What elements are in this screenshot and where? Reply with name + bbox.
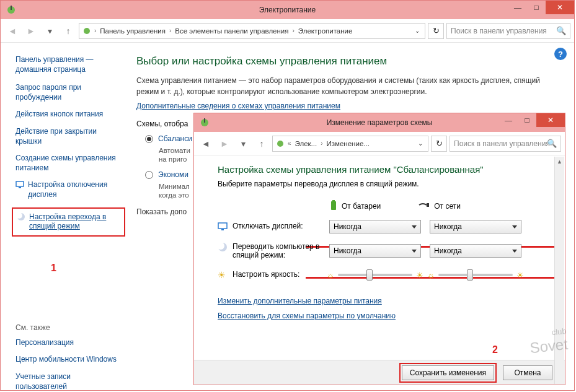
nav-toolbar: ◄ ► ▾ ↑ « Элек... › Изменение... ⌄ ↻ Пои… bbox=[194, 132, 565, 155]
minimize-button[interactable]: — bbox=[508, 1, 527, 14]
cancel-button[interactable]: Отмена bbox=[503, 365, 552, 380]
titlebar: Электропитание — □ ✕ bbox=[1, 1, 574, 19]
sun-dim-icon: ☼ bbox=[327, 271, 334, 280]
edit-plan-window: Изменение параметров схемы — □ ✕ ◄ ► ▾ ↑… bbox=[193, 113, 565, 385]
power-icon bbox=[275, 139, 285, 149]
address-bar[interactable]: « Элек... › Изменение... ⌄ bbox=[272, 136, 428, 152]
edit-plan-content: Настройка схемы управления питанием "Сба… bbox=[194, 155, 565, 359]
up-button[interactable]: ↑ bbox=[60, 23, 76, 39]
svg-rect-12 bbox=[427, 203, 429, 207]
scroll-up-icon[interactable]: ▲ bbox=[555, 157, 564, 167]
search-icon: 🔍 bbox=[547, 139, 557, 148]
page-title: Выбор или настройка схемы управления пит… bbox=[136, 55, 556, 68]
save-button[interactable]: Сохранить изменения bbox=[402, 365, 494, 380]
radio-unchecked-icon[interactable] bbox=[145, 171, 153, 179]
save-button-highlight: Сохранить изменения bbox=[399, 363, 497, 383]
history-dropdown[interactable]: ▾ bbox=[235, 136, 251, 152]
address-dropdown[interactable]: ⌄ bbox=[412, 27, 422, 34]
close-button[interactable]: ✕ bbox=[536, 113, 565, 127]
vertical-scrollbar[interactable]: ▲ bbox=[554, 157, 564, 384]
history-dropdown[interactable]: ▾ bbox=[42, 23, 58, 39]
power-icon bbox=[82, 26, 92, 36]
annotation-number-1: 1 bbox=[51, 263, 56, 274]
sidebar-link-sleep-highlighted[interactable]: Настройка перехода в спящий режим bbox=[12, 207, 125, 237]
sidebar-link-password[interactable]: Запрос пароля при пробуждении bbox=[16, 83, 122, 102]
battery-icon bbox=[329, 199, 338, 212]
seealso-personalization[interactable]: Персонализация bbox=[16, 338, 122, 348]
search-placeholder: Поиск в панели управления bbox=[454, 139, 550, 148]
display-plugged-select[interactable]: Никогда bbox=[430, 220, 521, 233]
forward-button[interactable]: ► bbox=[216, 136, 233, 152]
plug-icon bbox=[418, 201, 430, 211]
battery-header: От батареи bbox=[329, 199, 381, 212]
titlebar: Изменение параметров схемы — □ ✕ bbox=[194, 113, 565, 132]
moon-icon bbox=[218, 242, 228, 252]
monitor-icon bbox=[16, 180, 24, 189]
minimize-button[interactable]: — bbox=[499, 113, 518, 127]
refresh-button[interactable]: ↻ bbox=[428, 23, 444, 39]
power-source-headers: От батареи От сети bbox=[218, 199, 550, 212]
refresh-button[interactable]: ↻ bbox=[431, 136, 447, 152]
svg-rect-1 bbox=[11, 6, 12, 10]
advanced-settings-link[interactable]: Изменить дополнительные параметры питани… bbox=[218, 297, 550, 305]
address-dropdown[interactable]: ⌄ bbox=[415, 140, 425, 147]
sidebar-link-create-plan[interactable]: Создание схемы управления питанием bbox=[16, 154, 122, 173]
row-brightness: ☀ Настроить яркость: ☼ ☀ ☼ ☀ bbox=[218, 268, 550, 282]
sidebar-link-buttons[interactable]: Действия кнопок питания bbox=[16, 110, 122, 120]
seealso-accounts[interactable]: Учетные записи пользователей bbox=[16, 372, 122, 391]
window-title: Электропитание bbox=[259, 6, 316, 14]
row-display-off: Отключать дисплей: Никогда Никогда bbox=[218, 220, 550, 233]
power-icon bbox=[6, 4, 17, 15]
svg-point-9 bbox=[277, 141, 283, 147]
crumb-root[interactable]: Панель управления bbox=[99, 27, 167, 35]
search-input[interactable]: Поиск в панели управления 🔍 bbox=[446, 23, 570, 39]
svg-rect-4 bbox=[19, 187, 21, 188]
maximize-button[interactable]: □ bbox=[527, 1, 546, 14]
monitor-icon bbox=[218, 222, 228, 232]
sidebar-link-lid[interactable]: Действие при закрытии крышки bbox=[16, 127, 122, 146]
svg-rect-11 bbox=[332, 200, 335, 201]
sleep-battery-select[interactable]: Никогда bbox=[329, 244, 421, 258]
seealso-heading: См. также bbox=[16, 323, 122, 332]
svg-rect-10 bbox=[331, 201, 336, 210]
annotation-number-2: 2 bbox=[492, 344, 498, 355]
sidebar-link-display-off[interactable]: Настройка отключения дисплея bbox=[16, 180, 122, 199]
svg-rect-14 bbox=[221, 229, 224, 230]
sleep-plugged-select[interactable]: Никогда bbox=[430, 244, 521, 258]
seealso-mobility[interactable]: Центр мобильности Windows bbox=[16, 355, 122, 365]
sidebar-home-link[interactable]: Панель управления — домашняя страница bbox=[16, 55, 122, 74]
window-controls: — □ ✕ bbox=[499, 113, 565, 127]
scheme-subtitle: Выберите параметры перевода дисплея в сп… bbox=[218, 180, 550, 188]
up-button[interactable]: ↑ bbox=[254, 136, 270, 152]
close-button[interactable]: ✕ bbox=[546, 1, 574, 14]
sun-bright-icon: ☀ bbox=[516, 271, 524, 280]
brightness-battery-slider[interactable]: ☼ ☀ bbox=[329, 268, 421, 282]
svg-rect-8 bbox=[204, 118, 205, 123]
maximize-button[interactable]: □ bbox=[518, 113, 536, 127]
display-battery-select[interactable]: Никогда bbox=[329, 220, 421, 233]
svg-rect-3 bbox=[16, 181, 24, 186]
moon-icon bbox=[17, 212, 25, 221]
page-description: Схема управления питанием — это набор па… bbox=[136, 75, 556, 97]
nav-toolbar: ◄ ► ▾ ↑ › Панель управления › Все элемен… bbox=[1, 19, 574, 43]
brightness-plugged-slider[interactable]: ☼ ☀ bbox=[430, 268, 521, 282]
sidebar: Панель управления — домашняя страница За… bbox=[1, 44, 128, 390]
scheme-title: Настройка схемы управления питанием "Сба… bbox=[218, 164, 550, 175]
forward-button[interactable]: ► bbox=[23, 23, 39, 39]
back-button[interactable]: ◄ bbox=[4, 23, 20, 39]
more-info-link[interactable]: Дополнительные сведения о схемах управле… bbox=[136, 102, 340, 110]
svg-rect-13 bbox=[218, 223, 227, 229]
power-icon bbox=[199, 117, 210, 128]
sun-icon: ☀ bbox=[218, 270, 228, 280]
search-placeholder: Поиск в панели управления bbox=[451, 27, 547, 35]
svg-point-2 bbox=[84, 28, 90, 34]
crumb-mid[interactable]: Все элементы панели управления bbox=[174, 27, 290, 35]
radio-checked-icon[interactable] bbox=[145, 135, 153, 143]
restore-defaults-link[interactable]: Восстановить для схемы параметры по умол… bbox=[218, 311, 550, 320]
crumb-leaf[interactable]: Электропитание bbox=[297, 27, 354, 35]
search-icon: 🔍 bbox=[556, 26, 566, 35]
address-bar[interactable]: › Панель управления › Все элементы панел… bbox=[79, 23, 425, 39]
back-button[interactable]: ◄ bbox=[198, 136, 214, 152]
search-input[interactable]: Поиск в панели управления 🔍 bbox=[450, 136, 561, 152]
dialog-buttons: Сохранить изменения Отмена bbox=[194, 360, 565, 385]
